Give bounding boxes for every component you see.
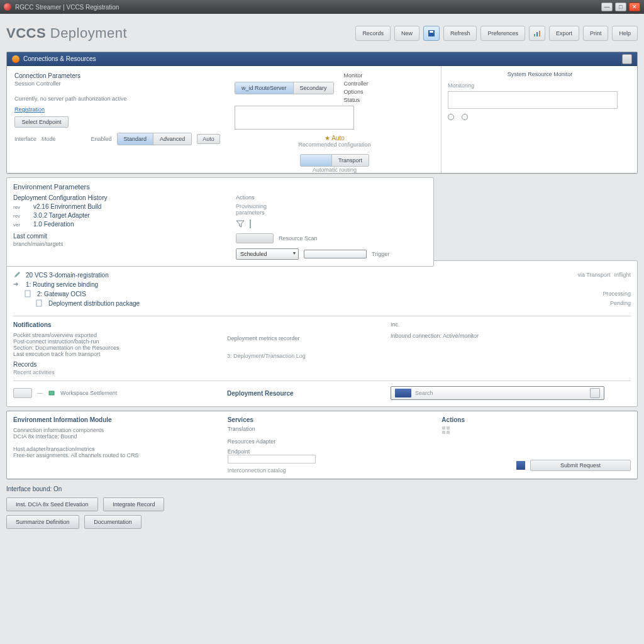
- submit-icon: [516, 461, 525, 470]
- registration-link[interactable]: Registration: [14, 106, 45, 113]
- services-l2: Resources Adapter: [228, 438, 417, 445]
- env-info-l4: Free-tier assignments. All channels rout…: [13, 452, 203, 458]
- env-info-l1: Connection information components: [13, 427, 203, 433]
- foot-btn-3[interactable]: Summarize Definition: [6, 515, 79, 529]
- provisioning-label: Provisioning: [236, 203, 427, 209]
- deploy-history-label: Deployment Configuration History: [13, 194, 221, 201]
- scan-chip: [236, 233, 274, 243]
- tree-row-1[interactable]: 20 VCS 3-domain-registration via Transpo…: [13, 271, 631, 279]
- search-placeholder: Search: [415, 390, 433, 396]
- notif-line-3: Section: Documentation on the Resources: [13, 345, 208, 351]
- toolbar-records-button[interactable]: Records: [355, 26, 391, 41]
- transport-toggle-b[interactable]: Transport: [332, 155, 369, 166]
- history-row-2: 3.0.2 Target Adapter: [33, 212, 90, 219]
- interface-label: Interface: [14, 136, 36, 142]
- foot-btn-4[interactable]: Documentation: [84, 515, 142, 529]
- toolbar-refresh-button[interactable]: Refresh: [443, 26, 477, 41]
- toolbar-chart-icon[interactable]: [529, 26, 545, 41]
- resource-monitor: System Resource Monitor Monitoring: [441, 66, 637, 173]
- svg-rect-10: [442, 431, 445, 434]
- panel-collapse-icon[interactable]: [622, 54, 632, 64]
- foot-btn-2[interactable]: Integrate Record: [103, 497, 164, 511]
- env-info-l3: Host adapter/transaction/metrics: [13, 446, 203, 452]
- filter-chip[interactable]: [13, 388, 32, 398]
- submit-button[interactable]: Submit Request: [530, 460, 631, 471]
- endpoint-label: Endpoint: [228, 448, 417, 455]
- monitor-radio-2[interactable]: [462, 114, 468, 120]
- server-toggle-a[interactable]: w_id RouteServer: [235, 82, 294, 94]
- toolbar-export-button[interactable]: Export: [549, 26, 579, 41]
- minimize-button[interactable]: —: [601, 3, 613, 11]
- environment-panel: Environment Parameters Deployment Config…: [6, 177, 434, 267]
- resource-monitor-sub: Monitoring: [448, 82, 632, 89]
- transport-toggle[interactable]: Transport: [300, 154, 369, 167]
- records-label: Records: [13, 361, 208, 368]
- endpoint-input[interactable]: [228, 455, 316, 464]
- inc-label: Inc.: [391, 321, 631, 328]
- footer: Interface bound: On Inst. DCIA 8x Seed E…: [6, 486, 638, 529]
- toolbar-preferences-button[interactable]: Preferences: [480, 26, 525, 41]
- server-toggle-b[interactable]: Secondary: [294, 82, 333, 94]
- auto-star: ★ Auto: [325, 135, 345, 142]
- server-toggle[interactable]: w_id RouteServer Secondary: [235, 82, 334, 94]
- panel-icon: [12, 55, 19, 63]
- services-title: Services: [228, 416, 417, 423]
- toolbar-new-button[interactable]: New: [394, 26, 419, 41]
- server-icon: [48, 389, 55, 397]
- auto-star-sub: Recommended configuration: [235, 142, 435, 148]
- maximize-button[interactable]: □: [615, 3, 626, 11]
- svg-rect-9: [447, 426, 450, 430]
- scan-progress: [304, 250, 367, 258]
- notif-line-4: Last execution track from transport: [13, 351, 208, 357]
- foot-btn-1[interactable]: Inst. DCIA 8x Seed Elevation: [6, 497, 98, 511]
- window-controls: — □ ✕: [601, 3, 640, 11]
- connections-panel: Connections & Resources Connection Param…: [6, 52, 638, 174]
- footer-status: Interface bound: On: [6, 486, 638, 492]
- tree-row-3[interactable]: 2: Gateway OCIS Processing: [13, 290, 631, 297]
- document-icon: [25, 290, 33, 297]
- app-icon: [4, 3, 11, 11]
- search-input[interactable]: Search: [391, 386, 604, 400]
- toolbar-print-button[interactable]: Print: [583, 26, 609, 41]
- mode-toggle[interactable]: Standard Advanced: [117, 133, 192, 145]
- deploy-resource-label: Deployment Resource: [227, 390, 372, 397]
- toolbar-save-icon[interactable]: [423, 26, 440, 41]
- resource-monitor-box: [448, 91, 618, 109]
- enabled-label: Enabled: [91, 136, 112, 142]
- mode-toggle-standard[interactable]: Standard: [118, 133, 154, 145]
- environment-panel-title: Environment Parameters: [13, 183, 427, 191]
- mode-label: Mode: [42, 136, 56, 142]
- schedule-dropdown[interactable]: Scheduled: [236, 248, 299, 260]
- panel-title: Connections & Resources: [23, 55, 96, 62]
- conn-note: Currently, no server path authorization …: [14, 96, 235, 102]
- select-endpoint-button[interactable]: Select Endpoint: [14, 116, 69, 128]
- actions-label: Actions: [236, 194, 427, 201]
- side-labels: Monitor Controller Options Status: [344, 72, 369, 103]
- metrics-label: Deployment metrics recorder: [227, 335, 372, 341]
- close-button[interactable]: ✕: [629, 3, 640, 11]
- svg-rect-7: [49, 391, 54, 395]
- brand-row: VCCS Deployment Records New Refresh Pref…: [6, 19, 638, 48]
- transport-toggle-a[interactable]: [301, 155, 332, 166]
- notif-line-2: Post-connect instruction/batch-run: [13, 338, 208, 345]
- tree-row-4[interactable]: Deployment distribution package Pending: [13, 299, 631, 307]
- last-commit-label: Last commit: [13, 233, 221, 240]
- svg-rect-1: [430, 31, 433, 33]
- monitor-radio-1[interactable]: [448, 114, 454, 120]
- resources-panel: Resources 20 VCS 3-domain-registration v…: [6, 260, 638, 407]
- history-row-1: v2.16 Environment Build: [33, 203, 101, 210]
- toolbar-help-button[interactable]: Help: [612, 26, 638, 41]
- filter-icon[interactable]: [236, 219, 245, 228]
- svg-rect-11: [447, 431, 450, 434]
- tree-row-2[interactable]: ➔ 1: Routing service binding: [13, 280, 631, 288]
- resource-monitor-title: System Resource Monitor: [448, 71, 632, 77]
- trigger-label[interactable]: Trigger: [372, 251, 389, 257]
- auto-pill[interactable]: Auto: [197, 134, 220, 144]
- server-input[interactable]: [235, 106, 354, 130]
- grid-icon[interactable]: [441, 426, 631, 435]
- transport-sub: Automatic routing: [235, 167, 435, 173]
- inbound-label: Inbound connection: Active/monitor: [391, 333, 631, 339]
- search-go-icon[interactable]: [590, 388, 600, 398]
- brand: VCCS Deployment: [6, 25, 127, 42]
- mode-toggle-advanced[interactable]: Advanced: [153, 133, 191, 145]
